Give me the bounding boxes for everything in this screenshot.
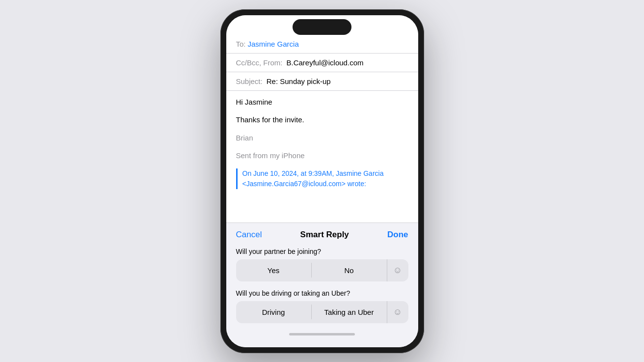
q1-emoji-button[interactable]: ☺ <box>387 259 408 281</box>
email-compose-area: To: Jasmine Garcia Cc/Bcc, From: B.Carey… <box>226 15 418 223</box>
phone-frame: To: Jasmine Garcia Cc/Bcc, From: B.Carey… <box>220 9 424 353</box>
body-line1: Thanks for the invite. <box>236 114 408 126</box>
question-1-block: Will your partner be joining? Yes No ☺ <box>226 245 418 286</box>
question-2-answers: Driving Taking an Uber ☺ <box>236 301 408 323</box>
question-1-text: Will your partner be joining? <box>236 248 408 255</box>
email-body[interactable]: Hi Jasmine Thanks for the invite. Brian … <box>226 91 418 223</box>
quoted-line2: <Jasmine.Garcia67@icloud.com> wrote: <box>242 179 408 189</box>
phone-screen: To: Jasmine Garcia Cc/Bcc, From: B.Carey… <box>226 15 418 347</box>
q1-no-button[interactable]: No <box>312 260 387 280</box>
question-1-answers: Yes No ☺ <box>236 259 408 281</box>
cc-value: B.Careyful@icloud.com <box>287 58 364 67</box>
home-indicator <box>289 333 355 335</box>
q2-emoji-button[interactable]: ☺ <box>387 301 408 323</box>
body-name: Brian <box>236 133 408 144</box>
to-label: To: <box>236 40 246 48</box>
quoted-line1: On June 10, 2024, at 9:39AM, Jasmine Gar… <box>242 168 408 179</box>
dynamic-island <box>293 19 351 35</box>
body-greeting: Hi Jasmine <box>236 97 408 108</box>
cancel-button[interactable]: Cancel <box>236 230 262 240</box>
smart-reply-sheet: Cancel Smart Reply Done Will your partne… <box>226 223 418 347</box>
subject-field: Subject: Re: Sunday pick-up <box>226 72 418 91</box>
question-2-text: Will you be driving or taking an Uber? <box>236 289 408 297</box>
fade-overlay <box>226 208 418 223</box>
quoted-email-text: On June 10, 2024, at 9:39AM, Jasmine Gar… <box>236 168 408 189</box>
done-button[interactable]: Done <box>387 230 408 240</box>
q1-yes-button[interactable]: Yes <box>236 260 311 280</box>
q2-driving-button[interactable]: Driving <box>236 302 311 322</box>
subject-value[interactable]: Re: Sunday pick-up <box>267 77 331 85</box>
subject-label: Subject: <box>236 77 263 85</box>
sheet-title: Smart Reply <box>300 230 349 240</box>
to-value[interactable]: Jasmine Garcia <box>248 40 299 48</box>
question-2-block: Will you be driving or taking an Uber? D… <box>226 286 418 328</box>
to-field: To: Jasmine Garcia <box>226 35 418 54</box>
cc-field: Cc/Bcc, From: B.Careyful@icloud.com <box>226 54 418 72</box>
body-sent-from: Sent from my iPhone <box>236 150 408 162</box>
sheet-header: Cancel Smart Reply Done <box>226 223 418 245</box>
q2-uber-button[interactable]: Taking an Uber <box>312 302 387 322</box>
cc-label: Cc/Bcc, From: <box>236 58 283 67</box>
